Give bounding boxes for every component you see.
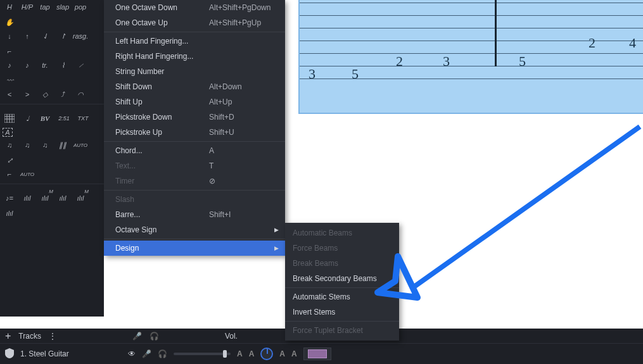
tool-bend-icon[interactable]: ⤴	[56, 89, 70, 100]
design-submenu: Automatic BeamsForce BeamsBreak BeamsBre…	[285, 223, 399, 341]
tab-fret-number[interactable]: 5	[352, 66, 359, 82]
tab-selection[interactable]: 3523524	[298, 0, 643, 114]
tool-grid-icon[interactable]	[3, 113, 16, 124]
tool-hp[interactable]: H/P	[20, 1, 34, 13]
menu-item-right-hand-fingering[interactable]: Right Hand Fingering...	[104, 49, 285, 64]
tool-bracket-icon[interactable]: ⌐	[3, 46, 16, 57]
tool-vibrato-icon[interactable]: 〰	[3, 75, 16, 86]
submenu-item-invert-stems[interactable]: Invert Stems	[285, 304, 399, 320]
tracks-label: Tracks	[18, 332, 41, 341]
tab-fret-number[interactable]: 3	[309, 66, 315, 82]
submenu-item-force-tuplet-bracket: Force Tuplet Bracket	[285, 323, 399, 338]
tool-timer[interactable]: 2:51	[56, 113, 72, 124]
tool-pop[interactable]: pop	[73, 1, 87, 13]
menu-item-barre[interactable]: Barre...Shift+I	[104, 207, 285, 222]
tool-dynamics-m2-icon[interactable]: ılılM	[73, 192, 87, 204]
tab-fret-number[interactable]: 3	[443, 53, 450, 70]
tool-rasg[interactable]: rasg.	[73, 30, 87, 42]
pan-knob[interactable]	[260, 348, 273, 360]
tool-txt[interactable]: TXT	[76, 113, 90, 124]
track-clip[interactable]	[303, 348, 331, 360]
tool-arpeggio-down-icon[interactable]: ⇃	[38, 30, 52, 42]
tool-dynamics-m1-icon[interactable]: ılılM	[38, 192, 52, 204]
menu-item-timer: Timer⊘	[104, 173, 285, 189]
tool-slap[interactable]: slap	[56, 1, 70, 13]
tool-arrow-up-icon[interactable]: ↑	[20, 30, 34, 42]
tool-arpeggio-up-icon[interactable]: ↾	[56, 30, 70, 42]
barline	[495, 0, 497, 66]
tool-rest-icon[interactable]: ♪=	[3, 192, 16, 204]
tool-chord-a[interactable]: A	[3, 128, 13, 137]
track-headphones-icon[interactable]: 🎧	[158, 349, 167, 358]
tool-cresc-icon[interactable]: <	[3, 89, 16, 100]
tab-fret-number[interactable]: 5	[519, 53, 526, 70]
submenu-item-break-beams: Break Beams	[285, 256, 399, 271]
mic-icon[interactable]: 🎤	[132, 332, 142, 341]
submenu-item-automatic-stems[interactable]: Automatic Stems	[285, 289, 399, 304]
menu-item-octave-sign[interactable]: Octave Sign▶	[104, 222, 285, 237]
tool-slide-icon[interactable]: ⟋	[73, 60, 87, 71]
svg-rect-0	[4, 114, 15, 123]
tab-fret-number[interactable]: 4	[629, 35, 636, 51]
tool-tap[interactable]: tap	[38, 1, 52, 13]
menu-item-slash: Slash	[104, 192, 285, 207]
tool-bracket2-icon[interactable]: ⌐	[3, 168, 16, 180]
add-track-button[interactable]: +	[5, 330, 11, 342]
menu-item-pickstroke-down[interactable]: Pickstroke DownShift+D	[104, 110, 285, 125]
vol-label: Vol.	[225, 332, 238, 341]
submenu-arrow-icon: ▶	[274, 227, 279, 233]
context-menu: One Octave DownAlt+Shift+PgDownOne Octav…	[104, 0, 285, 256]
volume-slider[interactable]	[174, 353, 231, 355]
tool-decresc-icon[interactable]: >	[20, 89, 34, 100]
tool-dynamics2-icon[interactable]: ılıl	[56, 192, 70, 204]
tool-invert-icon[interactable]: ⤢	[3, 154, 16, 166]
automation-a3[interactable]: A	[279, 349, 285, 358]
tool-auto-icon[interactable]: AUTO	[73, 139, 87, 151]
tool-h[interactable]: H	[3, 1, 16, 13]
tool-grace-note2-icon[interactable]: ♪	[20, 60, 34, 71]
menu-item-string-number[interactable]: String Number	[104, 64, 285, 79]
track-mic-icon[interactable]: 🎤	[142, 349, 151, 358]
automation-a1[interactable]: A	[237, 349, 243, 358]
tool-grace-note-icon[interactable]: ♪	[3, 60, 16, 71]
submenu-item-force-beams: Force Beams	[285, 241, 399, 256]
automation-a2[interactable]: A	[249, 349, 255, 358]
tool-bv[interactable]: BV	[38, 113, 52, 124]
tool-note-icon[interactable]: ♩	[20, 113, 34, 124]
tool-arrow-down-icon[interactable]: ↓	[3, 30, 16, 42]
headphones-icon[interactable]: 🎧	[150, 332, 159, 341]
submenu-item-automatic-beams: Automatic Beams	[285, 225, 399, 241]
track-name[interactable]: 1. Steel Guitar	[20, 349, 122, 358]
tool-dynamics1-icon[interactable]: ılıl	[20, 192, 34, 204]
menu-item-one-octave-down[interactable]: One Octave DownAlt+Shift+PgDown	[104, 0, 285, 15]
menu-item-text: Text...T	[104, 158, 285, 173]
menu-item-chord[interactable]: Chord...A	[104, 143, 285, 158]
tool-tremolo-icon[interactable]: ⌇	[56, 60, 70, 71]
track-instrument-icon[interactable]	[5, 348, 14, 360]
tool-beam1-icon[interactable]: ♫	[3, 139, 16, 151]
track-visibility-icon[interactable]: 👁	[128, 349, 136, 358]
tool-palm-mute-icon[interactable]: ✋	[3, 16, 16, 28]
menu-item-shift-down[interactable]: Shift DownAlt+Down	[104, 79, 285, 94]
menu-item-design[interactable]: Design▶	[104, 241, 285, 256]
submenu-item-break-secondary-beams[interactable]: Break Secondary Beams	[285, 271, 399, 286]
tool-stems-icon[interactable]: ‖‖	[56, 139, 70, 151]
tool-beam2-icon[interactable]: ♫	[20, 139, 34, 151]
tab-fret-number[interactable]: 2	[396, 53, 403, 70]
tool-beam3-icon[interactable]: ♫	[38, 139, 52, 151]
tool-auto2-icon[interactable]: AUTO	[20, 168, 34, 180]
tool-fermata-icon[interactable]: ◠	[73, 89, 87, 100]
menu-item-pickstroke-up[interactable]: Pickstroke UpShift+U	[104, 125, 285, 140]
tool-accent-icon[interactable]: ◇	[38, 89, 52, 100]
tools-sidebar: H H/P tap slap pop ✋ ↓ ↑ ⇃ ↾ rasg. ⌐ ♪ ♪…	[0, 0, 104, 317]
submenu-arrow-icon: ▶	[274, 245, 279, 251]
tool-dynamics3-icon[interactable]: ılıl	[3, 208, 16, 219]
tab-fret-number[interactable]: 2	[589, 35, 595, 51]
tracks-menu-icon[interactable]: ⋮	[49, 332, 56, 341]
menu-item-shift-up[interactable]: Shift UpAlt+Up	[104, 94, 285, 110]
menu-item-one-octave-up[interactable]: One Octave UpAlt+Shift+PgUp	[104, 15, 285, 30]
automation-a4[interactable]: A	[291, 349, 297, 358]
tool-trill-icon[interactable]: tr.	[38, 60, 52, 71]
menu-item-left-hand-fingering[interactable]: Left Hand Fingering...	[104, 34, 285, 49]
